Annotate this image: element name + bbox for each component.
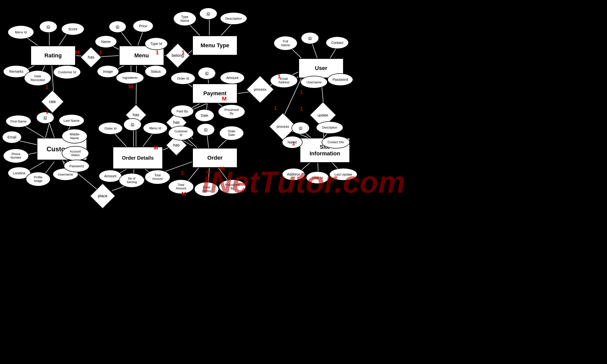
attr-rating-date: Date Recorded	[24, 70, 51, 86]
attr-si-id: ID	[291, 122, 310, 134]
attr-user-email: Email Address	[270, 73, 298, 88]
cardinality-1-si-process: 1	[292, 140, 295, 147]
attr-menu-ingredients: Ingredients	[116, 71, 144, 84]
entity-menu-type: Menu Type	[192, 35, 238, 56]
attr-order-customer-id: Customer Id	[168, 126, 194, 140]
attr-menu-image: Image	[97, 65, 119, 78]
attr-pay-amount: Amount	[220, 71, 245, 84]
cardinality-1-user-process: 1	[278, 73, 281, 80]
cardinality-1-rate-customer: 1	[46, 109, 49, 115]
attr-cust-first-name: First Name	[6, 115, 31, 128]
attr-od-order-id: Order Id	[98, 122, 123, 135]
attr-user-full-name: Full Name	[274, 36, 298, 51]
cardinality-1-has-order: 1	[181, 170, 184, 176]
attr-pay-order-id: Order Id	[171, 72, 195, 85]
attr-order-processed-by: Processed By	[219, 179, 246, 194]
cardinality-1-belong-menutype: 1	[182, 49, 185, 56]
attr-si-description: Description	[316, 121, 343, 134]
svg-line-50	[52, 66, 54, 93]
attr-si-address: Address	[282, 168, 305, 181]
attr-od-menu-id: Menu Id	[143, 122, 168, 134]
attr-order-status: Order Status	[194, 182, 219, 197]
attr-cust-middle-name: Middle Name	[62, 129, 87, 143]
attr-cust-account-status: Account Status	[62, 146, 89, 161]
cardinality-m-menu-has: M	[128, 83, 133, 90]
attr-od-id: ID	[123, 118, 142, 131]
cardinality-1-user-update: 1	[300, 106, 303, 112]
attr-user-username: Username	[300, 76, 328, 88]
attr-menu-price: Price	[133, 20, 153, 32]
attr-user-password: Password	[327, 73, 353, 86]
entity-payment: Payment	[192, 83, 238, 104]
cardinality-1-menu-belong: 1	[156, 49, 159, 56]
cardinality-1-process2: 1	[274, 105, 277, 111]
attr-mt-description: Description	[220, 12, 247, 25]
attr-od-no-serving: No of Serving	[119, 173, 145, 188]
attr-si-last-update: Last Update	[329, 168, 357, 181]
attr-od-total-amount: Total Amount	[145, 170, 170, 184]
attr-mt-id: ID	[199, 8, 217, 20]
attr-menu-status: Status	[145, 65, 167, 78]
attr-cust-profile-image: Profile Image	[26, 172, 51, 186]
attr-rating-score: Score	[61, 23, 84, 35]
cardinality-1-has-menu: 1	[99, 49, 102, 56]
attr-cust-password: Password	[64, 160, 89, 172]
cardinality-m-payment-user: M	[222, 95, 227, 102]
attr-pay-paid-by: Paid By	[171, 105, 194, 117]
attr-cust-last-name: Last Name	[59, 114, 84, 127]
attr-pay-processed-by: Processed By	[218, 104, 245, 119]
attr-si-user-id: User Id	[306, 171, 329, 184]
cardinality-m-place: M	[182, 191, 186, 197]
attr-cust-id: ID	[36, 112, 54, 124]
attr-cust-email: Email	[2, 131, 22, 143]
entity-rating: Rating	[30, 45, 76, 66]
cardinality-m-od-has: M	[153, 144, 158, 151]
cardinality-1-update-si: 1	[300, 89, 303, 95]
cardinality-m-rating-has: M	[75, 49, 79, 56]
attr-menu-id: ID	[109, 21, 126, 33]
attr-rating-menu-id: Menu Id	[8, 25, 34, 39]
attr-cust-phone-number: Phone Number	[3, 149, 29, 163]
attr-rating-customer-id: Customer Id	[53, 65, 81, 79]
cardinality-1-rate-rating: 1	[46, 84, 49, 90]
attr-rating-id: ID	[39, 21, 57, 33]
attr-order-id: ID	[197, 123, 215, 136]
attr-pay-id: ID	[198, 67, 216, 80]
attr-mt-type-name: Type Name	[173, 11, 196, 26]
attr-si-contact-info: Contact Info	[322, 136, 350, 149]
entity-order: Order	[192, 148, 238, 168]
cardinality-m-order-place: M	[220, 165, 224, 172]
attr-menu-type-id: Type Id	[145, 37, 168, 50]
attr-order-total-amount: Total Amount	[168, 179, 194, 194]
attr-user-id: ID	[301, 32, 319, 44]
attr-order-date: Order Date	[219, 126, 244, 140]
attr-menu-name: Name	[95, 35, 117, 48]
attr-user-contact: Contact	[326, 36, 349, 49]
attr-pay-date: Date	[195, 109, 214, 122]
attr-od-amount: Amount	[99, 170, 122, 182]
er-diagram: Rating Menu Menu Type Payment User Custo…	[0, 0, 607, 364]
